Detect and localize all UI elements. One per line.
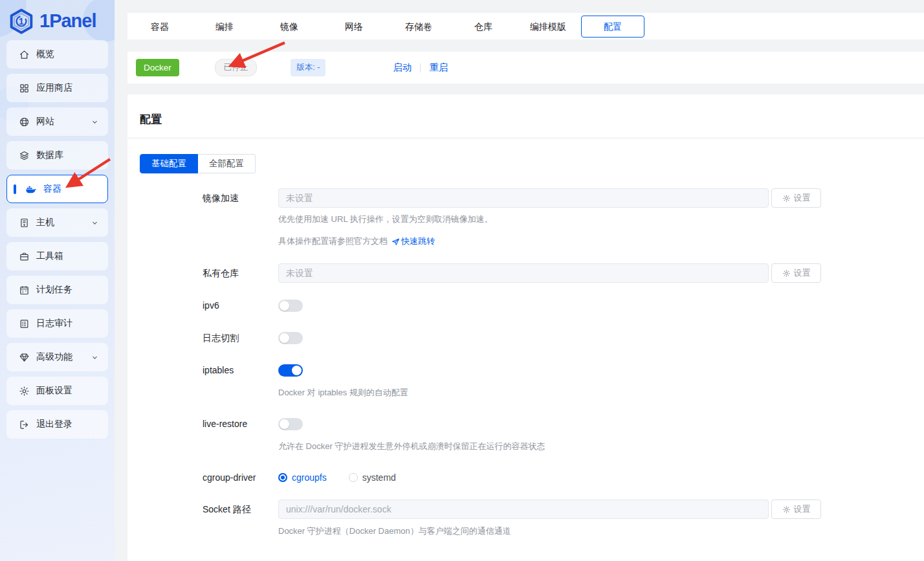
sidebar-item-cronjob[interactable]: 计划任务 xyxy=(6,276,108,304)
sidebar-item-app-store[interactable]: 应用商店 xyxy=(6,74,108,102)
quick-jump-link[interactable]: 快速跳转 xyxy=(391,236,435,247)
socket-path-setting-button[interactable]: 设置 xyxy=(771,500,821,519)
gear-icon xyxy=(782,269,791,278)
docker-badge: Docker xyxy=(136,59,179,76)
audit-log-icon xyxy=(19,318,30,329)
sidebar-item-advanced[interactable]: 高级功能 xyxy=(6,343,108,371)
field-label: live-restore xyxy=(203,418,278,429)
field-live-restore: live-restore 允许在 Docker 守护进程发生意外停机或崩溃时保留… xyxy=(203,418,924,452)
field-ipv6: ipv6 xyxy=(203,300,924,312)
tab-setting[interactable]: 配置 xyxy=(581,16,644,38)
tab-container[interactable]: 容器 xyxy=(127,13,192,40)
host-icon xyxy=(19,217,30,228)
chevron-down-icon xyxy=(91,118,98,126)
field-label: 镜像加速 xyxy=(203,188,278,204)
iptables-help: Docker 对 iptables 规则的自动配置 xyxy=(278,387,924,399)
live-restore-toggle[interactable] xyxy=(278,418,303,430)
gear-icon xyxy=(782,505,791,514)
sidebar-item-database[interactable]: 数据库 xyxy=(6,141,108,170)
sidebar-item-label: 面板设置 xyxy=(36,385,72,397)
private-registry-setting-button[interactable]: 设置 xyxy=(771,263,821,283)
sidebar-item-label: 工具箱 xyxy=(36,250,63,262)
private-registry-input[interactable] xyxy=(278,263,769,283)
brand-logo: 1 1Panel xyxy=(0,0,115,36)
subtab-all-config[interactable]: 全部配置 xyxy=(198,154,256,173)
gear-icon xyxy=(19,386,30,397)
home-icon xyxy=(19,49,30,60)
globe-icon xyxy=(19,116,30,127)
radio-cgroupfs[interactable]: cgroupfs xyxy=(278,472,327,483)
field-iptables: iptables Docker 对 iptables 规则的自动配置 xyxy=(203,364,924,399)
field-label: 私有仓库 xyxy=(203,263,278,280)
radio-dot xyxy=(349,473,358,482)
mirror-accel-input[interactable] xyxy=(278,188,769,208)
status-stopped-tag: 已停止 xyxy=(215,59,258,76)
sidebar-item-label: 日志审计 xyxy=(36,318,72,329)
calendar-icon xyxy=(19,285,30,296)
divider xyxy=(420,63,421,72)
gem-icon xyxy=(19,352,30,363)
active-indicator xyxy=(14,184,16,194)
tab-compose[interactable]: 编排 xyxy=(192,13,257,40)
restart-button[interactable]: 重启 xyxy=(429,61,448,74)
tab-compose-template[interactable]: 编排模版 xyxy=(516,13,580,40)
field-label: Socket 路径 xyxy=(203,500,278,516)
docker-status-bar: Docker 已停止 版本: - 启动 重启 xyxy=(127,52,924,83)
field-label: cgroup-driver xyxy=(203,472,278,483)
socket-path-input[interactable] xyxy=(278,500,769,519)
page-title: 配置 xyxy=(127,94,924,127)
sidebar: 1 1Panel 概览 应用商店 网站 xyxy=(0,0,115,561)
field-log-rotate: 日志切割 xyxy=(203,332,924,344)
tab-volume[interactable]: 存储卷 xyxy=(386,13,451,40)
ipv6-toggle[interactable] xyxy=(278,300,303,312)
sidebar-item-panel-settings[interactable]: 面板设置 xyxy=(6,377,108,405)
config-card: 配置 基础配置 全部配置 镜像加速 设置 优先使用加速 URL 执行 xyxy=(127,94,924,561)
config-subtabs: 基础配置 全部配置 xyxy=(140,154,924,173)
sidebar-item-label: 数据库 xyxy=(36,149,63,161)
database-icon xyxy=(19,150,30,161)
sidebar-item-website[interactable]: 网站 xyxy=(6,107,108,136)
sidebar-item-logout[interactable]: 退出登录 xyxy=(6,410,108,439)
radio-systemd[interactable]: systemd xyxy=(349,472,396,483)
sidebar-item-container[interactable]: 容器 xyxy=(6,175,108,203)
version-tag: 版本: - xyxy=(291,59,325,76)
subtab-basic-config[interactable]: 基础配置 xyxy=(140,154,198,173)
field-socket-path: Socket 路径 设置 Docker 守护进程（Docker Daemon）与… xyxy=(203,500,924,537)
sidebar-item-logs[interactable]: 日志审计 xyxy=(6,309,108,338)
log-rotate-toggle[interactable] xyxy=(278,332,303,344)
sidebar-item-label: 容器 xyxy=(43,183,61,195)
brand-name: 1Panel xyxy=(39,10,96,32)
sidebar-item-label: 高级功能 xyxy=(36,351,72,363)
field-label: iptables xyxy=(203,364,278,375)
1panel-hexagon-icon: 1 xyxy=(8,7,35,36)
gear-icon xyxy=(782,194,791,203)
start-button[interactable]: 启动 xyxy=(393,61,412,74)
doc-hint-text: 具体操作配置请参照官方文档 xyxy=(278,236,388,247)
field-private-registry: 私有仓库 设置 xyxy=(203,263,924,283)
tab-network[interactable]: 网络 xyxy=(322,13,386,40)
radio-dot xyxy=(278,473,287,482)
sidebar-item-label: 退出登录 xyxy=(36,419,72,430)
apps-icon xyxy=(19,83,30,94)
svg-text:1: 1 xyxy=(19,16,24,26)
sidebar-item-host[interactable]: 主机 xyxy=(6,208,108,237)
tab-repo[interactable]: 仓库 xyxy=(451,13,516,40)
tab-image[interactable]: 镜像 xyxy=(257,13,322,40)
field-mirror-accel: 镜像加速 设置 优先使用加速 URL 执行操作，设置为空则取消镜像加速。 具体操… xyxy=(203,188,924,247)
field-label: 日志切割 xyxy=(203,332,278,344)
container-section-tabs: 容器 编排 镜像 网络 存储卷 仓库 编排模版 配置 xyxy=(127,13,924,40)
sidebar-item-label: 主机 xyxy=(36,217,54,228)
config-form: 镜像加速 设置 优先使用加速 URL 执行操作，设置为空则取消镜像加速。 具体操… xyxy=(140,188,924,537)
mirror-accel-setting-button[interactable]: 设置 xyxy=(771,188,821,208)
sidebar-item-label: 应用商店 xyxy=(36,82,72,94)
sidebar-item-label: 网站 xyxy=(36,116,54,127)
sidebar-item-label: 概览 xyxy=(36,49,54,60)
field-label: ipv6 xyxy=(203,300,278,311)
sidebar-item-toolbox[interactable]: 工具箱 xyxy=(6,242,108,270)
live-restore-help: 允许在 Docker 守护进程发生意外停机或崩溃时保留正在运行的容器状态 xyxy=(278,441,924,452)
chevron-down-icon xyxy=(91,354,98,361)
field-cgroup-driver: cgroup-driver cgroupfs systemd xyxy=(203,472,924,483)
sidebar-item-overview[interactable]: 概览 xyxy=(6,40,108,69)
sidebar-menu: 概览 应用商店 网站 数据库 xyxy=(6,40,108,444)
iptables-toggle[interactable] xyxy=(278,364,303,377)
